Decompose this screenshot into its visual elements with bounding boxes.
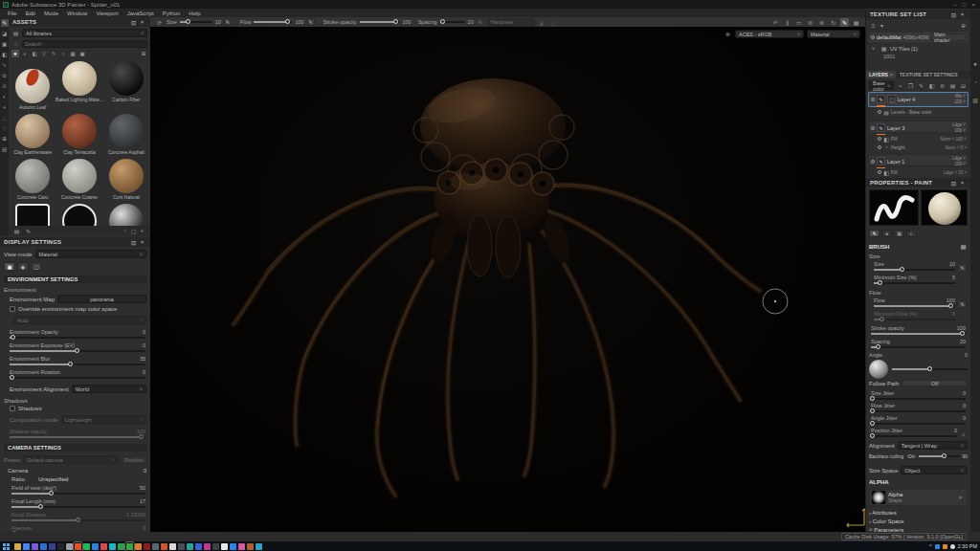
- stencil-tab-icon[interactable]: ▦: [894, 230, 904, 237]
- rotate-icon[interactable]: ↻: [829, 18, 837, 27]
- add-smart-material-icon[interactable]: ⊚: [938, 81, 947, 90]
- taskbar-app-16[interactable]: [144, 543, 150, 550]
- search-input[interactable]: [22, 40, 147, 48]
- pick-layer-icon[interactable]: ⌁: [896, 81, 904, 90]
- library-dropdown[interactable]: All libraries˅: [22, 29, 147, 37]
- flow-slider[interactable]: [254, 21, 292, 23]
- effect-visibility-icon[interactable]: [878, 170, 881, 174]
- maximize-button[interactable]: □: [963, 2, 967, 8]
- taskbar-app-22[interactable]: [195, 543, 202, 550]
- material-tile[interactable]: Cork Natural: [105, 159, 147, 200]
- minimize-button[interactable]: –: [954, 2, 957, 8]
- layer-mask-thumbnail[interactable]: ▢: [887, 95, 896, 103]
- backface-toggle[interactable]: On: [905, 453, 917, 459]
- texture-set-row[interactable]: defaultMat 4096x4096 Main shader: [869, 33, 968, 42]
- tool-symmetry-icon[interactable]: △: [1, 114, 9, 121]
- alpha-thumbnail[interactable]: [872, 491, 885, 504]
- add-group-icon[interactable]: ▤: [948, 81, 957, 90]
- angle-jitter-slider[interactable]: [871, 423, 966, 425]
- tablet-pressure-icon[interactable]: ⊛: [724, 30, 732, 38]
- camera-tab-icon[interactable]: ◉: [17, 262, 29, 271]
- material-tile[interactable]: Carbon Fiber: [105, 61, 147, 110]
- opacity-dropdown[interactable]: 100 ˅: [955, 99, 966, 104]
- layer3-fill-effect[interactable]: ◧ Fill Norm ˅ 100 ˅: [876, 135, 969, 143]
- colorspace-dropdown[interactable]: ACES - sRGB˅: [735, 30, 804, 38]
- filter-environments-icon[interactable]: ▣: [78, 50, 86, 57]
- menu-mode[interactable]: Mode: [44, 11, 58, 16]
- environment-exposure-slider[interactable]: [10, 350, 145, 352]
- taskbar-app-7[interactable]: [66, 543, 73, 550]
- taskbar-app-10[interactable]: [92, 543, 99, 550]
- material-tab-icon[interactable]: ◐: [906, 230, 917, 237]
- taskbar-app-17[interactable]: [152, 543, 159, 550]
- taskbar-substance-painter[interactable]: [75, 543, 81, 550]
- follow-path-toggle[interactable]: Off: [902, 380, 968, 386]
- menu-file[interactable]: File: [8, 11, 17, 16]
- viewport-tab-icon[interactable]: ▢: [31, 262, 42, 271]
- fov-slider[interactable]: [11, 493, 145, 495]
- alpha-row[interactable]: Alpha Shape ×: [869, 489, 968, 506]
- menu-python[interactable]: Python: [163, 11, 181, 16]
- size-pressure-icon[interactable]: ✎: [958, 264, 967, 272]
- menu-viewport[interactable]: Viewport: [96, 11, 118, 16]
- taskbar-clock[interactable]: 2:30 PM: [958, 543, 977, 549]
- opacity-dropdown[interactable]: 100 ˅: [955, 128, 966, 133]
- shelf-edit-icon[interactable]: ✎: [24, 227, 33, 235]
- size-pressure-icon[interactable]: ✎: [224, 18, 232, 26]
- flow-slider[interactable]: [874, 305, 955, 307]
- add-texture-set-icon[interactable]: ⊕: [959, 21, 968, 30]
- taskbar-app-26[interactable]: [230, 543, 236, 550]
- taskbar-app-24[interactable]: [212, 543, 219, 550]
- view-mode-dropdown[interactable]: Material˅: [35, 250, 146, 258]
- environment-rotation-slider[interactable]: [10, 377, 145, 379]
- dock-icon[interactable]: ⊡: [949, 179, 958, 187]
- spacing-slider[interactable]: [871, 346, 966, 348]
- tool-eraser-icon[interactable]: ◪: [1, 30, 9, 37]
- filter-brushes-icon[interactable]: ✎: [50, 50, 57, 57]
- filter-list-icon[interactable]: ≡: [869, 21, 878, 30]
- layer-row-layer4[interactable]: ✎ ▢ Layer 4 Mix ˅ 100 ˅: [868, 92, 969, 107]
- tool-projection-icon[interactable]: ▣: [1, 40, 9, 48]
- close-panel-icon[interactable]: ×: [958, 11, 967, 19]
- layer-visibility-icon[interactable]: [871, 126, 875, 130]
- flow-value[interactable]: 100: [295, 19, 303, 25]
- position-jitter-slider[interactable]: [871, 435, 957, 437]
- channel-filter-dropdown[interactable]: Base color˅: [869, 81, 894, 90]
- effect-visibility-icon[interactable]: [878, 110, 881, 114]
- color-space-collapsible[interactable]: › Color Space: [869, 518, 968, 524]
- tray-app-icon[interactable]: [950, 544, 955, 549]
- taskbar-app-23[interactable]: [204, 543, 211, 550]
- blend-mode-dropdown[interactable]: Ldge ˅: [952, 122, 966, 127]
- material-tile[interactable]: Concrete Asphalt: [105, 114, 147, 155]
- layer-name[interactable]: Layer 3: [887, 125, 904, 131]
- tab-texture-set-settings[interactable]: TEXTURE SET SETTINGS: [897, 71, 970, 78]
- sort-icon[interactable]: ▾: [878, 21, 886, 30]
- blend-mode-dropdown[interactable]: Ldge ˅: [952, 156, 966, 161]
- tool-quick-mask-icon[interactable]: ◐: [1, 93, 9, 100]
- effect-visibility-icon[interactable]: [878, 145, 881, 149]
- tool-gizmo-icon[interactable]: ▽: [1, 124, 9, 132]
- filter-filters-icon[interactable]: ▽: [40, 50, 48, 57]
- size-jitter-slider[interactable]: [871, 398, 966, 400]
- size-value[interactable]: 10: [215, 19, 221, 25]
- opacity-dropdown[interactable]: 100 ˅: [955, 162, 966, 166]
- menu-help[interactable]: Help: [189, 11, 200, 16]
- add-asset-icon[interactable]: +: [138, 227, 146, 235]
- uv-tile-1001[interactable]: 1001: [883, 54, 968, 59]
- uv-tiles-row[interactable]: ˅ ▦ UV Tiles (1): [869, 44, 968, 53]
- spacing-slider[interactable]: [440, 21, 465, 23]
- alignment-dropdown[interactable]: Tangent | Wrap˅: [898, 441, 968, 450]
- dock-icon[interactable]: ⊡: [949, 11, 958, 19]
- tool-display-icon[interactable]: ▤: [1, 145, 9, 153]
- filter-materials-icon[interactable]: ●: [11, 50, 19, 57]
- split-view-icon[interactable]: ▥: [971, 96, 980, 104]
- angle-dial[interactable]: [869, 360, 888, 379]
- flow-pressure-icon[interactable]: ✎: [958, 300, 967, 308]
- tool-paint-icon[interactable]: ✎: [1, 19, 9, 27]
- add-fill-layer-icon[interactable]: ◧: [927, 81, 936, 90]
- tool-material-picker-icon[interactable]: ⊙: [1, 82, 9, 90]
- add-effect-icon[interactable]: ❐: [906, 81, 915, 90]
- environment-tab-icon[interactable]: ▣: [4, 262, 15, 271]
- expand-shelf-icon[interactable]: ▢: [129, 227, 138, 235]
- brush-tab-icon[interactable]: ✎: [869, 230, 880, 237]
